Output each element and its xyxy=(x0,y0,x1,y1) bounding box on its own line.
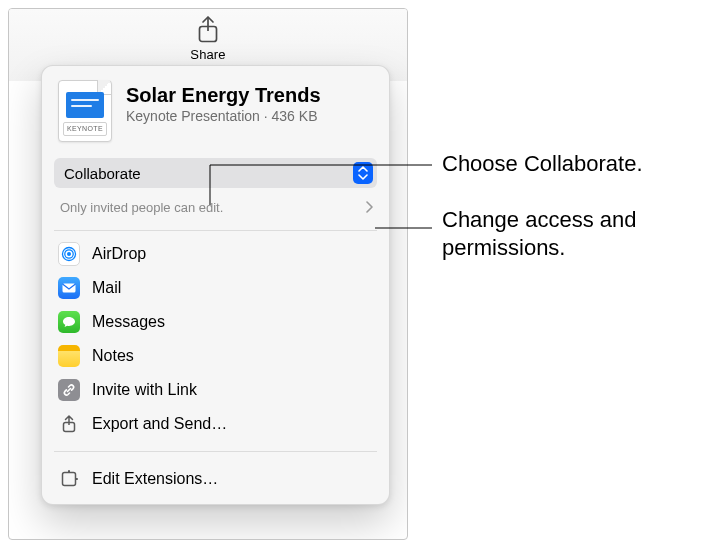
share-item-messages[interactable]: Messages xyxy=(50,305,381,339)
share-item-label: Notes xyxy=(92,347,134,365)
share-item-mail[interactable]: Mail xyxy=(50,271,381,305)
callout-mode: Choose Collaborate. xyxy=(442,150,643,178)
share-popover: KEYNOTE Solar Energy Trends Keynote Pres… xyxy=(41,65,390,505)
share-item-invite-link[interactable]: Invite with Link xyxy=(50,373,381,407)
svg-rect-9 xyxy=(68,470,70,473)
share-item-export-send[interactable]: Export and Send… xyxy=(50,407,381,441)
divider xyxy=(54,451,377,452)
document-icon: KEYNOTE xyxy=(58,80,112,142)
share-icon xyxy=(194,15,222,45)
svg-point-2 xyxy=(67,252,71,256)
collaborate-mode-select[interactable]: Collaborate xyxy=(54,158,377,188)
collaborate-mode-selected-label: Collaborate xyxy=(64,165,141,182)
mail-icon xyxy=(58,277,80,299)
dropdown-stepper-icon xyxy=(353,162,373,184)
share-destinations: AirDrop Mail xyxy=(42,237,389,441)
callout-permissions: Change access and permissions. xyxy=(442,206,652,261)
svg-rect-8 xyxy=(63,473,76,486)
permissions-row[interactable]: Only invited people can edit. xyxy=(54,194,377,220)
share-item-label: AirDrop xyxy=(92,245,146,263)
share-item-label: Export and Send… xyxy=(92,415,227,433)
app-window: Share KEYNOTE Solar Energy Trends Keynot… xyxy=(8,8,408,540)
share-item-label: Invite with Link xyxy=(92,381,197,399)
share-item-airdrop[interactable]: AirDrop xyxy=(50,237,381,271)
messages-icon xyxy=(58,311,80,333)
share-item-label: Messages xyxy=(92,313,165,331)
document-title: Solar Energy Trends xyxy=(126,84,373,106)
permissions-summary: Only invited people can edit. xyxy=(60,200,223,215)
extensions-icon xyxy=(58,468,80,490)
edit-extensions-label: Edit Extensions… xyxy=(92,470,218,488)
svg-rect-10 xyxy=(75,478,78,480)
link-icon xyxy=(58,379,80,401)
divider xyxy=(54,230,377,231)
share-button[interactable]: Share xyxy=(178,15,238,62)
share-item-notes[interactable]: Notes xyxy=(50,339,381,373)
document-icon-tag: KEYNOTE xyxy=(63,122,107,136)
document-header: KEYNOTE Solar Energy Trends Keynote Pres… xyxy=(42,66,389,148)
document-meta: Keynote Presentation · 436 KB xyxy=(126,108,373,124)
share-item-label: Mail xyxy=(92,279,121,297)
share-button-label: Share xyxy=(178,47,238,62)
chevron-right-icon xyxy=(365,201,373,213)
airdrop-icon xyxy=(58,242,80,266)
extensions-section: Edit Extensions… xyxy=(42,458,389,496)
export-icon xyxy=(58,413,80,435)
edit-extensions-item[interactable]: Edit Extensions… xyxy=(50,462,381,496)
notes-icon xyxy=(58,345,80,367)
